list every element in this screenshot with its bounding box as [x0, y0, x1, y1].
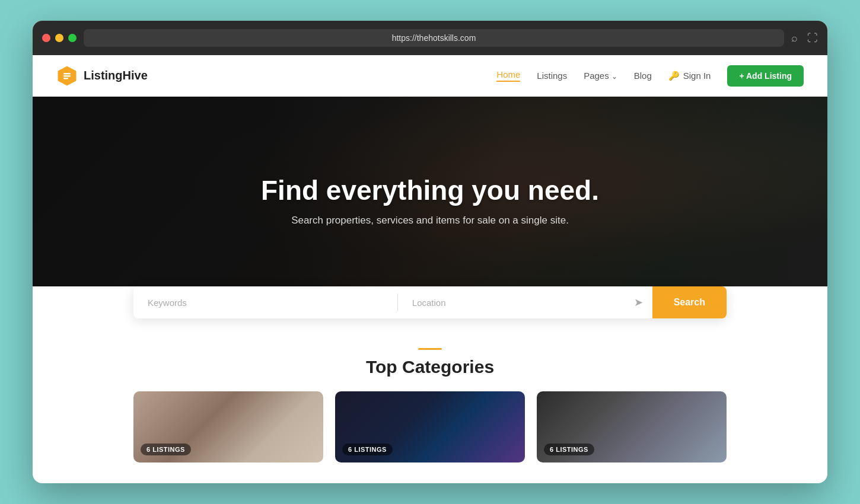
- sign-in-link[interactable]: 🔑 Sign In: [668, 71, 711, 81]
- logo-text: ListingHive: [84, 69, 148, 82]
- browser-window: https://thehotskills.com ⌕ ⛶ ListingHive…: [33, 21, 827, 483]
- url-text: https://thehotskills.com: [392, 33, 476, 43]
- category-badge-2: 6 LISTINGS: [342, 444, 393, 455]
- nav-blog[interactable]: Blog: [634, 71, 652, 81]
- location-icon: ➤: [634, 296, 643, 309]
- hero-subtitle: Search properties, services and items fo…: [261, 215, 599, 227]
- categories-section: Top Categories 6 LISTINGS 6 LISTINGS 6 L…: [33, 330, 827, 474]
- category-card-2[interactable]: 6 LISTINGS: [335, 391, 525, 462]
- section-header: Top Categories: [56, 348, 804, 377]
- website-content: ListingHive Home Listings Pages Blog 🔑 S…: [33, 55, 827, 474]
- svg-rect-2: [63, 75, 71, 77]
- nav-listings[interactable]: Listings: [537, 71, 567, 81]
- svg-rect-3: [63, 78, 68, 79]
- browser-fullscreen-icon[interactable]: ⛶: [807, 32, 818, 44]
- browser-actions: ⌕ ⛶: [791, 32, 818, 44]
- keywords-input[interactable]: [133, 287, 397, 318]
- close-button[interactable]: [42, 34, 50, 42]
- location-input[interactable]: [407, 287, 634, 318]
- nav-pages[interactable]: Pages: [584, 71, 617, 81]
- add-listing-button[interactable]: + Add Listing: [727, 65, 804, 87]
- category-badge-3: 6 LISTINGS: [544, 444, 594, 455]
- navbar: ListingHive Home Listings Pages Blog 🔑 S…: [33, 55, 827, 97]
- categories-grid: 6 LISTINGS 6 LISTINGS 6 LISTINGS: [133, 391, 727, 462]
- section-accent: [418, 348, 442, 350]
- pages-chevron-icon: [611, 71, 617, 81]
- category-card-1[interactable]: 6 LISTINGS: [133, 391, 323, 462]
- hero-title: Find everything you need.: [261, 174, 599, 206]
- sign-in-icon: 🔑: [668, 71, 680, 81]
- nav-links: Home Listings Pages Blog 🔑 Sign In + Add…: [496, 65, 804, 87]
- hero-section: Find everything you need. Search propert…: [33, 97, 827, 304]
- hero-content: Find everything you need. Search propert…: [249, 174, 611, 227]
- maximize-button[interactable]: [68, 34, 77, 42]
- browser-chrome: https://thehotskills.com ⌕ ⛶: [33, 21, 827, 55]
- search-bar: ➤ Search: [133, 286, 727, 318]
- nav-home[interactable]: Home: [496, 69, 520, 82]
- section-title: Top Categories: [56, 357, 804, 377]
- svg-rect-1: [63, 73, 71, 75]
- traffic-lights: [42, 34, 77, 42]
- browser-search-icon[interactable]: ⌕: [791, 32, 798, 44]
- logo-icon: [56, 65, 78, 87]
- location-wrapper: ➤: [398, 287, 652, 318]
- category-badge-1: 6 LISTINGS: [141, 444, 191, 455]
- minimize-button[interactable]: [55, 34, 63, 42]
- search-button[interactable]: Search: [652, 286, 727, 318]
- category-card-3[interactable]: 6 LISTINGS: [537, 391, 727, 462]
- address-bar[interactable]: https://thehotskills.com: [84, 29, 784, 47]
- logo-link[interactable]: ListingHive: [56, 65, 148, 87]
- search-section: ➤ Search: [33, 286, 827, 330]
